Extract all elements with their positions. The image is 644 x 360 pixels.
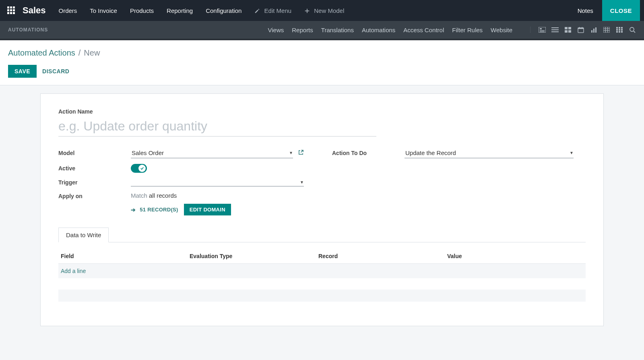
nav-products[interactable]: Products [130, 7, 154, 14]
data-to-write-table: Field Evaluation Type Record Value Add a… [58, 249, 586, 278]
subnav-filters[interactable]: Filter Rules [452, 27, 483, 33]
view-chart-icon[interactable] [590, 27, 597, 33]
nav-reporting[interactable]: Reporting [167, 7, 193, 14]
action-name-input[interactable] [58, 117, 376, 137]
svg-rect-7 [565, 27, 568, 29]
action-name-label: Action Name [58, 108, 586, 115]
table-footer [58, 290, 586, 302]
notes-button[interactable]: Notes [569, 7, 602, 14]
active-toggle[interactable] [131, 164, 147, 173]
plus-icon [304, 8, 310, 14]
nav-configuration[interactable]: Configuration [206, 7, 242, 14]
model-value: Sales Order [132, 149, 164, 156]
records-link[interactable]: ➔ 51 RECORD(S) [131, 207, 178, 213]
active-label: Active [58, 165, 131, 172]
table-header: Field Evaluation Type Record Value [58, 249, 586, 264]
check-icon [138, 165, 146, 172]
svg-rect-29 [616, 31, 618, 33]
nav-new-model[interactable]: New Model [304, 7, 344, 14]
control-buttons: SAVE DISCARD [8, 65, 636, 78]
svg-rect-28 [621, 29, 623, 31]
action-to-do-select[interactable]: Update the Record ▼ [405, 148, 574, 158]
discard-button[interactable]: DISCARD [42, 68, 69, 74]
breadcrumb-sep: / [78, 48, 81, 58]
svg-rect-15 [591, 30, 592, 33]
svg-rect-4 [551, 27, 559, 28]
top-nav: Orders To Invoice Products Reporting Con… [59, 7, 345, 14]
subnav-automations[interactable]: Automations [362, 27, 395, 33]
applyon-match-text: Match all records [131, 192, 574, 199]
view-calendar-icon[interactable] [577, 27, 584, 33]
nav-new-model-label: New Model [314, 7, 344, 14]
caret-down-icon: ▼ [570, 151, 574, 155]
col-field: Field [61, 253, 190, 259]
view-list-icon[interactable] [551, 27, 559, 33]
external-link-icon[interactable] [298, 149, 304, 157]
view-grid-icon[interactable] [616, 27, 623, 33]
svg-rect-27 [619, 29, 620, 31]
col-eval-type: Evaluation Type [190, 253, 318, 259]
subnav-access[interactable]: Access Control [403, 27, 444, 33]
edit-domain-button[interactable]: EDIT DOMAIN [184, 204, 231, 215]
tabs: Data to Write [58, 228, 586, 242]
svg-rect-30 [619, 31, 620, 33]
add-line-link: Add a line [61, 268, 190, 274]
col-record: Record [318, 253, 447, 259]
top-right: Notes CLOSE [569, 0, 640, 21]
svg-rect-18 [603, 27, 610, 33]
trigger-select[interactable]: ▼ [131, 178, 304, 186]
svg-rect-9 [565, 30, 568, 33]
page: Action Name Model Sales Order ▼ Action T… [0, 85, 644, 342]
svg-rect-13 [579, 27, 580, 28]
model-label: Model [58, 150, 131, 156]
subnav-website[interactable]: Website [491, 27, 512, 33]
nav-orders[interactable]: Orders [59, 7, 77, 14]
svg-rect-8 [568, 27, 571, 29]
records-link-label: 51 RECORD(S) [140, 207, 178, 213]
apps-icon[interactable] [7, 6, 15, 14]
applyon-label: Apply on [58, 193, 131, 199]
svg-rect-12 [578, 28, 584, 29]
svg-rect-10 [568, 30, 571, 33]
caret-down-icon: ▼ [289, 151, 293, 155]
subnav-reports[interactable]: Reports [292, 27, 313, 33]
app-brand[interactable]: Sales [23, 5, 46, 16]
svg-rect-24 [619, 27, 620, 29]
close-button[interactable]: CLOSE [602, 0, 640, 21]
pencil-icon [254, 8, 260, 14]
subnav-views[interactable]: Views [268, 27, 284, 33]
svg-rect-14 [582, 27, 583, 28]
trigger-label: Trigger [58, 179, 131, 186]
view-form-icon[interactable] [539, 27, 546, 33]
sub-nav: Views Reports Translations Automations A… [268, 27, 636, 33]
model-select[interactable]: Sales Order ▼ [131, 148, 293, 158]
save-button[interactable]: SAVE [8, 65, 37, 78]
svg-line-33 [634, 31, 635, 33]
applyon-match-rest: all records [149, 192, 177, 199]
sub-navbar: AUTOMATIONS Views Reports Translations A… [0, 21, 644, 40]
subnav-translations[interactable]: Translations [321, 27, 354, 33]
view-pivot-icon[interactable] [603, 27, 610, 33]
svg-rect-6 [551, 31, 559, 32]
view-switcher [530, 27, 636, 33]
nav-to-invoice[interactable]: To Invoice [90, 7, 117, 14]
svg-rect-31 [621, 31, 623, 33]
control-panel: Automated Actions / New SAVE DISCARD [0, 40, 644, 85]
breadcrumb-current: New [84, 48, 100, 58]
tab-data-to-write[interactable]: Data to Write [58, 228, 109, 242]
breadcrumb: Automated Actions / New [8, 48, 636, 58]
col-value: Value [447, 253, 576, 259]
svg-rect-2 [540, 30, 545, 31]
svg-rect-5 [551, 29, 559, 30]
nav-edit-menu[interactable]: Edit Menu [254, 7, 291, 14]
add-line-row[interactable]: Add a line [58, 264, 586, 278]
action-to-do-value: Update the Record [405, 149, 456, 156]
svg-rect-23 [616, 27, 618, 29]
svg-rect-25 [621, 27, 623, 29]
breadcrumb-root[interactable]: Automated Actions [8, 48, 75, 58]
view-kanban-icon[interactable] [564, 27, 572, 33]
search-icon[interactable] [629, 27, 636, 33]
svg-rect-17 [595, 27, 597, 33]
svg-rect-16 [593, 29, 594, 33]
nav-edit-menu-label: Edit Menu [264, 7, 292, 14]
